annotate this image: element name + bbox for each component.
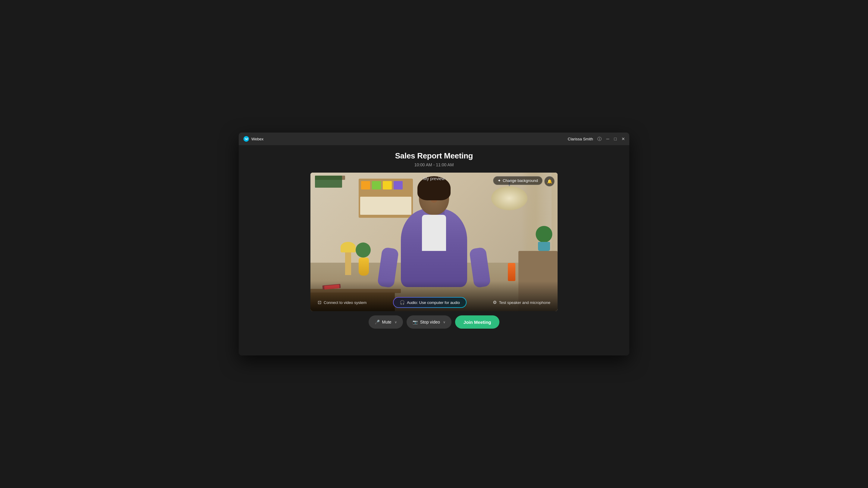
video-preview: My preview ✦ Change background 🔔 ⊡ Conne… <box>310 173 558 311</box>
main-content: Sales Report Meeting 10:00 AM - 11:00 AM <box>239 145 629 355</box>
mute-button[interactable]: 🎤 Mute ∨ <box>369 315 403 329</box>
minimize-button[interactable]: ─ <box>607 137 610 141</box>
meeting-title: Sales Report Meeting <box>395 151 473 161</box>
speaker-icon: 🔔 <box>547 179 552 184</box>
maximize-button[interactable]: □ <box>614 137 617 141</box>
mic-icon: 🎤 <box>375 320 380 324</box>
minimize-icon: ─ <box>607 136 610 141</box>
maximize-icon: □ <box>614 136 617 141</box>
app-name: Webex <box>251 137 264 141</box>
video-bottom-bar: ⊡ Connect to video system 🎧 Audio: Use c… <box>310 294 558 311</box>
camera-icon: 📷 <box>412 320 418 324</box>
close-button[interactable]: ✕ <box>621 137 625 141</box>
gear-icon: ⚙ <box>493 300 497 305</box>
title-bar-right: Clarissa Smith ⓘ ─ □ ✕ <box>568 137 625 141</box>
stop-video-button[interactable]: 📷 Stop video ∨ <box>407 315 452 329</box>
desk-lamp <box>341 245 355 275</box>
connect-video-system-button[interactable]: ⊡ Connect to video system <box>316 298 368 307</box>
user-name: Clarissa Smith <box>568 137 593 141</box>
person-figure <box>386 178 482 293</box>
app-logo: Webex <box>243 135 264 142</box>
info-button[interactable]: ⓘ <box>597 137 601 141</box>
audio-button[interactable]: 🎧 Audio: Use computer for audio <box>394 298 466 307</box>
join-meeting-button[interactable]: Join Meeting <box>455 315 500 329</box>
bottom-controls: 🎤 Mute ∨ 📷 Stop video ∨ Join Meeting <box>369 311 500 329</box>
speaker-button[interactable]: 🔔 <box>544 176 555 187</box>
change-background-button[interactable]: ✦ Change background <box>493 176 542 185</box>
video-system-icon: ⊡ <box>318 300 321 305</box>
info-icon: ⓘ <box>597 136 601 141</box>
change-bg-label: Change background <box>503 178 538 183</box>
audio-button-wrapper: 🎧 Audio: Use computer for audio <box>393 297 467 308</box>
title-bar: Webex Clarissa Smith ⓘ ─ □ ✕ <box>239 133 629 145</box>
mute-chevron-icon: ∨ <box>395 320 397 324</box>
stop-video-chevron-icon: ∨ <box>443 320 445 324</box>
wand-icon: ✦ <box>498 178 501 183</box>
test-audio-button[interactable]: ⚙ Test speaker and microphone <box>492 298 552 307</box>
close-icon: ✕ <box>621 136 625 141</box>
headphone-icon: 🎧 <box>400 300 405 305</box>
preview-label: My preview <box>424 176 445 181</box>
webex-logo-icon <box>243 135 250 142</box>
meeting-time: 10:00 AM - 11:00 AM <box>414 162 454 167</box>
app-window: Webex Clarissa Smith ⓘ ─ □ ✕ Sales Rep <box>239 133 629 355</box>
plant <box>535 227 553 251</box>
window-controls: ⓘ ─ □ ✕ <box>597 137 625 141</box>
